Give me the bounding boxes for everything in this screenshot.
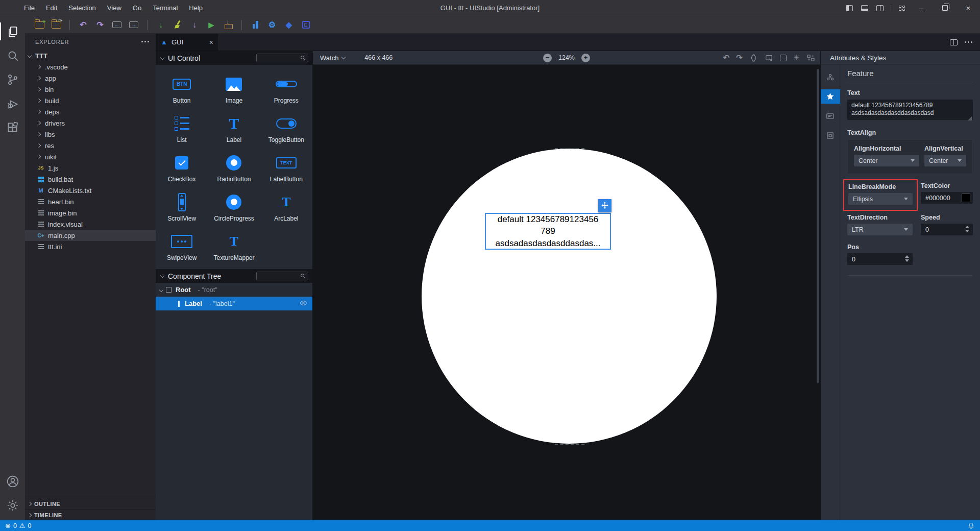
category-info-icon[interactable] [821,109,840,123]
spinner-arrows-icon[interactable] [965,226,969,232]
toggle-panel-icon[interactable] [857,0,872,16]
palette-item-button[interactable]: BTNButton [156,70,208,109]
palette-item-arclabel[interactable]: TArcLabel [260,188,312,227]
outline-section[interactable]: OUTLINE [25,498,156,509]
tree-folder-vscode[interactable]: .vscode [25,61,156,73]
device-select-dropdown[interactable]: Watch [320,54,345,62]
select-region-icon[interactable] [780,55,787,61]
category-hierarchy-icon[interactable] [821,70,840,84]
more-actions-icon[interactable] [141,41,150,43]
tree-file-heartbin[interactable]: heart.bin [25,196,156,207]
palette-item-labelbutton[interactable]: TEXTLabelButton [260,149,312,188]
tree-folder-res[interactable]: res [25,140,156,151]
color-swatch[interactable] [962,194,970,202]
accounts-icon[interactable] [0,469,25,493]
tree-folder-libs[interactable]: libs [25,129,156,140]
linebreakmode-dropdown[interactable]: Ellipsis [848,193,913,205]
menu-help[interactable]: Help [183,0,208,16]
palette-item-scrollview[interactable]: ScrollView [156,188,208,227]
palette-item-togglebutton[interactable]: ToggleButton [260,109,312,149]
palette-item-list[interactable]: List [156,109,208,149]
move-handle[interactable] [598,199,611,212]
zoom-out-button[interactable]: − [543,54,552,62]
screen-link-icon[interactable] [765,54,773,62]
zoom-in-button[interactable]: + [581,54,590,62]
redo-icon[interactable]: ↷ [94,19,106,31]
text-value-input[interactable]: default 123456789123456789 asdsadasdasda… [847,100,973,120]
ui-control-search-input[interactable] [256,54,308,62]
palette-item-label[interactable]: TLabel [208,109,260,149]
tree-folder-deps[interactable]: deps [25,106,156,117]
tree-file-cmakelists[interactable]: MCMakeLists.txt [25,185,156,196]
tree-file-indexvisual[interactable]: index.visual [25,219,156,230]
align-horizontal-dropdown[interactable]: Center [854,155,919,166]
toggle-secondary-sidebar-icon[interactable] [872,0,888,16]
visibility-eye-icon[interactable] [300,299,307,308]
undo-icon[interactable]: ↶ [723,53,729,62]
run-debug-activity-icon[interactable] [0,91,25,115]
toggle-sidebar-icon[interactable] [842,0,857,16]
tree-file-buildbat[interactable]: build.bat [25,174,156,185]
theme-brightness-icon[interactable]: ☀ [793,53,800,62]
timeline-section[interactable]: TIMELINE [25,509,156,520]
restore-button[interactable] [933,0,957,16]
source-control-activity-icon[interactable] [0,67,25,91]
textcolor-input[interactable]: #000000 [921,192,973,204]
selected-label-widget[interactable]: default 123456789123456 789 asdsadasdasd… [485,213,611,250]
import-view-icon[interactable]: ← [111,19,123,31]
menu-edit[interactable]: Edit [40,0,63,16]
tab-close-icon[interactable]: × [209,38,213,46]
problems-indicator[interactable]: ⊗ 0 ⚠ 0 [5,522,31,529]
notifications-button[interactable] [967,522,975,529]
watch-device-icon[interactable] [749,54,758,62]
tree-file-imagebin[interactable]: image.bin [25,207,156,219]
search-activity-icon[interactable] [0,43,25,67]
tree-folder-app[interactable]: app [25,73,156,84]
new-project-icon[interactable]: + [33,19,45,31]
redo-icon[interactable]: ↷ [736,53,743,62]
undo-icon[interactable]: ↶ [77,19,89,31]
explorer-activity-icon[interactable] [0,19,25,43]
tree-folder-build[interactable]: build [25,95,156,106]
bar-chart-icon[interactable] [249,19,261,31]
speed-input[interactable]: 0 [921,224,973,235]
gears-icon[interactable]: ⚙ [266,19,278,31]
menu-view[interactable]: View [102,0,127,16]
watch-screen-circle[interactable] [422,149,717,444]
tree-file-tttini[interactable]: ttt.ini [25,241,156,252]
split-editor-icon[interactable] [950,39,958,45]
pull-commits-icon[interactable]: ↓ [188,19,201,31]
component-tree-header[interactable]: Component Tree [156,269,312,283]
extensions-activity-icon[interactable] [0,115,25,139]
category-feature-icon[interactable] [821,89,840,104]
textdirection-dropdown[interactable]: LTR [847,224,913,235]
menu-selection[interactable]: Selection [63,0,101,16]
palette-item-swipeview[interactable]: SwipeView [156,227,208,267]
ui-control-header[interactable]: UI Control [156,51,312,65]
shader-icon[interactable]: ◈ [283,19,295,31]
tree-root-ttt[interactable]: TTT [25,50,156,61]
palette-item-checkbox[interactable]: CheckBox [156,149,208,188]
pos-input[interactable]: 0 [847,253,913,265]
resize-grip-icon[interactable] [968,116,972,120]
settings-gear-icon[interactable] [0,493,25,517]
component-tree-search-input[interactable] [256,272,308,280]
customize-layout-icon[interactable] [894,0,910,16]
align-vertical-dropdown[interactable]: Center [924,155,966,166]
open-project-icon[interactable]: ↷ [50,19,62,31]
clean-icon[interactable] [172,19,184,31]
spinner-arrows-icon[interactable] [905,255,909,262]
flash-download-icon[interactable] [222,19,234,31]
chip-icon[interactable] [300,19,312,31]
component-tree-root-row[interactable]: Root - "root" [156,283,312,297]
close-button[interactable]: × [957,0,980,16]
menu-go[interactable]: Go [127,0,147,16]
menu-terminal[interactable]: Terminal [147,0,183,16]
sort-numeric-icon[interactable]: ↓ [155,19,167,31]
palette-item-radiobutton[interactable]: RadioButton [208,149,260,188]
tree-folder-bin[interactable]: bin [25,84,156,95]
palette-item-texturemapper[interactable]: TTextureMapper [208,227,260,267]
category-frame-icon[interactable] [821,128,840,142]
component-tree-label1-row[interactable]: Label - "label1" [156,297,312,310]
tree-file-1js[interactable]: JS1.js [25,162,156,174]
